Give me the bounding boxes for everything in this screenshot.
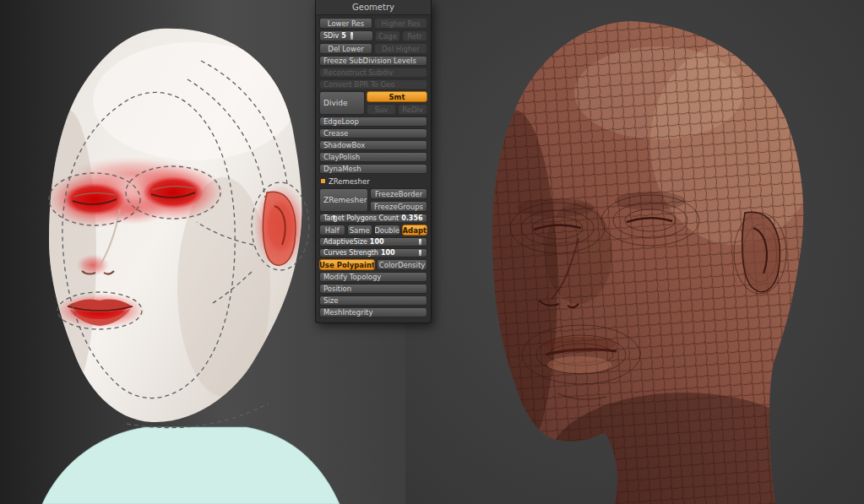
- retr-button: Retr: [402, 30, 427, 41]
- adaptive-size-value: 100: [370, 238, 384, 246]
- adaptive-size-label: AdaptiveSize: [323, 238, 367, 246]
- dynamesh-button[interactable]: DynaMesh: [319, 164, 427, 174]
- zremesher-button[interactable]: ZRemesher: [319, 188, 368, 212]
- section-marker-icon: [321, 179, 325, 183]
- freeze-groups-toggle[interactable]: FreezeGroups: [370, 201, 427, 212]
- cage-button: Cage: [375, 30, 400, 41]
- shadowbox-button[interactable]: ShadowBox: [319, 140, 427, 150]
- curves-strength-value: 100: [381, 249, 395, 257]
- color-density-button[interactable]: ColorDensity: [377, 259, 427, 270]
- freeze-border-toggle[interactable]: FreezeBorder: [370, 188, 427, 199]
- adapt-toggle[interactable]: Adapt: [402, 225, 428, 236]
- adaptive-size-slider[interactable]: AdaptiveSize 100: [319, 237, 427, 247]
- size-button[interactable]: Size: [319, 295, 427, 306]
- double-button[interactable]: Double: [374, 225, 400, 236]
- sdiv-slider-value: 5: [341, 32, 346, 40]
- sdiv-slider-handle[interactable]: [350, 32, 353, 40]
- reconstruct-subdiv-button: Reconstruct Subdiv: [319, 68, 427, 78]
- half-button[interactable]: Half: [319, 225, 345, 236]
- modify-topology-button[interactable]: Modify Topology: [319, 272, 427, 282]
- edgeloop-button[interactable]: EdgeLoop: [319, 117, 427, 127]
- retopo-viewport[interactable]: [405, 0, 864, 504]
- target-polygons-count-value: 0.356: [401, 214, 422, 222]
- suv-toggle: Suv: [367, 104, 396, 115]
- curves-strength-label: Curves Strength: [323, 249, 378, 257]
- curves-strength-slider[interactable]: Curves Strength 100: [319, 248, 427, 257]
- smt-toggle[interactable]: Smt: [367, 91, 427, 102]
- sculpt-app-canvas: Geometry Lower Res Higher Res SDiv 5 Cag…: [0, 0, 864, 504]
- zremesher-section-label: ZRemesher: [329, 177, 370, 186]
- higher-res-button: Higher Res: [374, 18, 427, 29]
- claypolish-button[interactable]: ClayPolish: [319, 152, 427, 162]
- crease-button[interactable]: Crease: [319, 128, 427, 138]
- rediv-button: ReDiv: [398, 104, 427, 115]
- curves-strength-handle[interactable]: [419, 250, 421, 256]
- adaptive-size-handle[interactable]: [419, 239, 421, 245]
- freeze-subdivision-levels-button[interactable]: Freeze SubDivision Levels: [319, 56, 427, 66]
- same-button[interactable]: Same: [347, 225, 373, 236]
- divide-button[interactable]: Divide: [319, 91, 365, 115]
- convert-bpr-to-geo-button: Convert BPR To Geo: [319, 79, 427, 89]
- use-polypaint-toggle[interactable]: Use Polypaint: [319, 259, 375, 270]
- sdiv-slider-label: SDiv: [323, 32, 339, 40]
- lower-res-button[interactable]: Lower Res: [319, 18, 372, 29]
- geometry-panel: Geometry Lower Res Higher Res SDiv 5 Cag…: [315, 0, 432, 323]
- sdiv-slider[interactable]: SDiv 5: [319, 30, 373, 41]
- mesh-integrity-button[interactable]: MeshIntegrity: [319, 307, 427, 317]
- position-button[interactable]: Position: [319, 284, 427, 294]
- target-polygons-count-handle[interactable]: [333, 215, 335, 221]
- sculpt-ear: [263, 192, 295, 265]
- del-higher-button: Del Higher: [374, 43, 427, 54]
- target-polygons-count-slider[interactable]: Target Polygons Count 0.356: [319, 214, 427, 223]
- geometry-panel-title[interactable]: Geometry: [316, 0, 431, 15]
- zremesher-section-header[interactable]: ZRemesher: [319, 176, 427, 187]
- del-lower-button[interactable]: Del Lower: [319, 43, 372, 54]
